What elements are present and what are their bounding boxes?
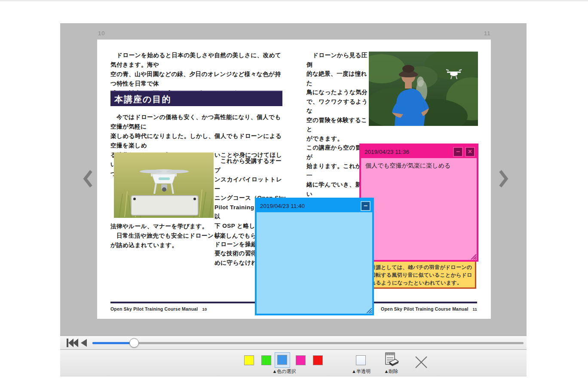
window-top-strip <box>0 0 588 1</box>
skip-to-start-button[interactable] <box>65 338 79 348</box>
notepad-eraser-icon <box>383 352 399 367</box>
color-swatch-green[interactable] <box>261 355 271 365</box>
progress-slider-thumb[interactable] <box>129 338 139 348</box>
progress-slider-fill <box>92 342 134 344</box>
pink-note-body[interactable]: 個人でも空撮が気楽に楽しめる <box>361 158 477 260</box>
minimize-icon: − <box>364 202 368 209</box>
chevron-left-icon <box>81 168 95 189</box>
page-number-right: 11 <box>484 30 491 37</box>
pink-note-close-button[interactable]: × <box>465 147 475 157</box>
next-page-arrow[interactable] <box>496 168 511 189</box>
drone-field-photo <box>114 153 214 218</box>
color-swatch-blue[interactable] <box>277 355 287 365</box>
blue-note-minimize-button[interactable]: − <box>361 201 371 211</box>
pilot-valley-photo <box>369 52 478 126</box>
close-toolbar-button[interactable] <box>414 355 429 371</box>
blue-note-header[interactable]: 2019/04/23 11:40 − <box>257 199 372 212</box>
section-heading: 本講座の目的 <box>110 91 282 106</box>
blue-note-body[interactable] <box>257 212 372 314</box>
color-picker-label: ▲色の選択 <box>244 368 324 375</box>
right-footer-pagenum: 11 <box>473 307 477 312</box>
trivia-callout-box: の語源としては、雄バチの羽音がドローンのが回転する風切り音に似ていることからドロ… <box>360 260 476 289</box>
blue-note-timestamp: 2019/04/23 11:40 <box>260 203 358 209</box>
left-footer-title: Open Sky Pilot Training Course Manual <box>110 306 198 312</box>
minimize-icon: − <box>456 148 460 155</box>
close-icon: × <box>468 148 472 155</box>
delete-note-button[interactable] <box>383 352 399 369</box>
pink-note-header[interactable]: 2019/04/23 11:36 − × <box>361 145 477 158</box>
translucent-swatch[interactable] <box>356 355 366 365</box>
page-number-left: 10 <box>98 30 105 37</box>
translucent-label: ▲半透明 <box>344 368 378 375</box>
pink-note-minimize-button[interactable]: − <box>453 147 463 157</box>
right-footer-title: Open Sky Pilot Training Course Manual <box>381 306 468 312</box>
selected-color-frame <box>275 352 290 368</box>
note-toolbar: ▲色の選択 ▲半透明 ▲削除 <box>60 349 527 376</box>
pink-note-resize-handle[interactable] <box>469 253 476 260</box>
left-page-footer: Open Sky Pilot Training Course Manual10 <box>110 306 207 312</box>
previous-button[interactable] <box>80 339 88 347</box>
progress-slider-track[interactable] <box>92 342 524 344</box>
prev-page-arrow[interactable] <box>81 168 95 189</box>
color-swatch-yellow[interactable] <box>244 355 254 365</box>
playback-slider-bar <box>60 336 527 349</box>
pink-note-timestamp: 2019/04/23 11:36 <box>364 149 451 155</box>
sticky-note-pink[interactable]: 2019/04/23 11:36 − × 個人でも空撮が気楽に楽しめる <box>359 144 478 262</box>
color-swatch-red[interactable] <box>313 355 323 365</box>
screen: 10 11 ドローンを始めると日本の美しさや自然の美しさに、改めて気付きます。海… <box>0 0 588 391</box>
x-icon <box>414 355 429 370</box>
sticky-note-blue[interactable]: 2019/04/23 11:40 − <box>255 198 374 315</box>
blue-note-resize-handle[interactable] <box>365 306 372 313</box>
left-footer-pagenum: 10 <box>202 307 207 312</box>
chevron-right-icon <box>496 168 511 189</box>
previous-triangle-icon <box>80 339 88 347</box>
delete-label: ▲削除 <box>379 368 403 375</box>
skip-to-start-icon <box>65 338 79 348</box>
color-swatch-magenta[interactable] <box>296 355 306 365</box>
